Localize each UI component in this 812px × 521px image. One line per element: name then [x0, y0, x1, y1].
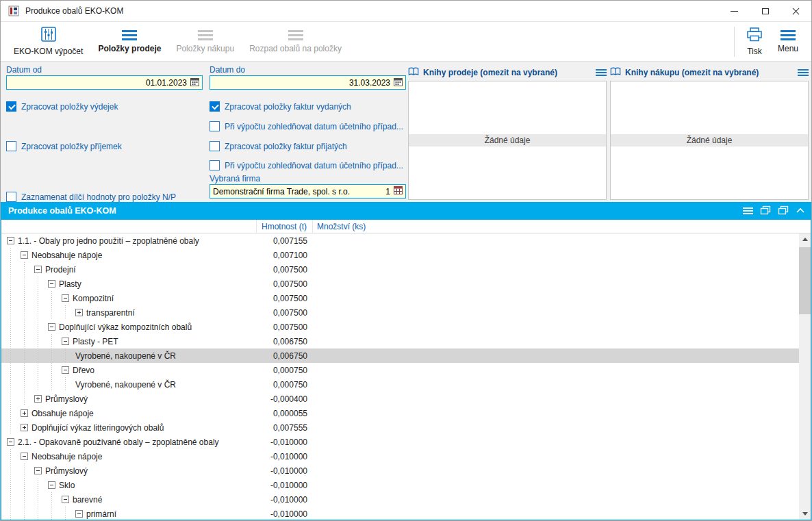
sales-books-title: Knihy prodeje (omezit na vybrané)	[423, 68, 557, 77]
checkbox-zohlednit-datum-uctniho-pripadu-1[interactable]: Při výpočtu zohledňovat datum účetního p…	[210, 121, 403, 131]
table-row[interactable]: Plasty - PET0,006750	[1, 334, 799, 348]
collapse-node-icon[interactable]	[62, 294, 69, 302]
tree-node-label: Plasty	[59, 279, 81, 289]
collapse-node-icon[interactable]	[21, 251, 28, 259]
toolbar-button-polozky-prodeje[interactable]: Položky prodeje	[90, 24, 168, 60]
weight-value: 0,000750	[256, 363, 313, 377]
date-to-input[interactable]: 31.03.2023	[210, 75, 406, 90]
tree-guide-line	[48, 377, 62, 392]
toolbar-button-ekokom-vypocet[interactable]: EKO-KOM výpočet	[6, 24, 90, 60]
tree-cell: Sklo	[1, 478, 256, 492]
weight-value: 0,007555	[256, 420, 313, 435]
checkbox-zohlednit-datum-uctniho-pripadu-2[interactable]: Při výpočtu zohledňovat datum účetního p…	[210, 160, 403, 170]
collapse-node-icon[interactable]	[48, 481, 55, 489]
arrow-down-icon	[802, 512, 808, 516]
table-row[interactable]: transparentní0,007500	[1, 305, 799, 320]
quantity-value	[313, 507, 799, 520]
tree-guide-line	[62, 507, 75, 520]
checkbox-zpracovat-faktury-prijate[interactable]: Zpracovat položky faktur přijatých	[210, 141, 347, 151]
minimize-button[interactable]	[719, 1, 750, 21]
table-row[interactable]: 1.1. - Obaly pro jedno použití – zpoplat…	[1, 233, 799, 248]
collapse-node-icon[interactable]	[62, 338, 69, 345]
cascade-windows-icon[interactable]	[760, 205, 771, 217]
checkbox-zpracovat-polozky-vydejek[interactable]: Zpracovat položky výdejek	[6, 101, 118, 112]
checkbox-zaznamenat-dilci-hodnoty[interactable]: Zaznamenat dílčí hodnoty pro položky N/P	[6, 192, 176, 202]
collapse-node-icon[interactable]	[62, 366, 69, 374]
toolbar-button-rozpad-obalu: Rozpad obalů na položky	[242, 24, 349, 60]
expand-node-icon[interactable]	[21, 424, 28, 431]
maximize-button[interactable]	[750, 1, 781, 21]
expand-node-icon[interactable]	[34, 395, 42, 403]
sales-books-header: Knihy prodeje (omezit na vybrané)	[408, 66, 607, 79]
tree-node-label: transparentní	[86, 308, 135, 318]
company-number: 1	[383, 187, 394, 196]
tree-cell: Doplňující výkaz kompozitních obalů	[1, 320, 256, 334]
table-row[interactable]: Neobsahuje nápoje-0,010000	[1, 449, 799, 463]
table-row[interactable]: Plasty0,007500	[1, 277, 799, 291]
tree-node-label: Neobsahuje nápoje	[31, 251, 102, 260]
expand-node-icon[interactable]	[21, 409, 28, 417]
print-button[interactable]: Tisk	[739, 24, 770, 60]
scrollbar-thumb[interactable]	[799, 247, 811, 314]
tree-cell: Průmyslový	[1, 463, 256, 478]
table-row[interactable]: Neobsahuje nápoje0,007100	[1, 248, 799, 262]
table-row[interactable]: Obsahuje nápoje0,000055	[1, 406, 799, 420]
collapse-node-icon[interactable]	[62, 496, 69, 503]
tree-guide-line	[7, 348, 21, 363]
table-row[interactable]: Doplňující výkaz litteringových obalů0,0…	[1, 420, 799, 435]
table-row[interactable]: Dřevo0,000750	[1, 363, 799, 377]
table-row[interactable]: Sklo-0,010000	[1, 478, 799, 492]
table-row[interactable]: Průmyslový-0,010000	[1, 463, 799, 478]
tree-node-label: 1.1. - Obaly pro jedno použití – zpoplat…	[18, 236, 199, 246]
table-row[interactable]: Prodejní0,007500	[1, 262, 799, 277]
vertical-scrollbar[interactable]	[799, 233, 811, 520]
tree-cell: Plasty	[1, 277, 256, 291]
weight-value: 0,007155	[256, 233, 313, 248]
company-picker-icon[interactable]	[394, 186, 403, 196]
table-row[interactable]: barevné-0,010000	[1, 492, 799, 507]
collapse-node-icon[interactable]	[7, 438, 14, 446]
tree-guide-line	[7, 262, 21, 277]
collapse-node-icon[interactable]	[75, 510, 83, 518]
collapse-node-icon[interactable]	[7, 237, 14, 244]
expand-node-icon[interactable]	[75, 309, 83, 316]
checkbox-zpracovat-faktury-vydane[interactable]: Zpracovat položky faktur vydaných	[210, 101, 351, 112]
panel-menu-icon[interactable]	[743, 207, 753, 214]
table-row[interactable]: Vyrobené, nakoupené v ČR0,006750	[1, 348, 799, 363]
filter-area: Datum od 01.01.2023 Datum do 31.03.2023 …	[1, 62, 811, 202]
collapse-node-icon[interactable]	[48, 280, 55, 288]
tile-windows-icon[interactable]	[778, 205, 789, 217]
company-input[interactable]: Demonstrační firma Trade, spol. s r.o. 1	[210, 184, 406, 199]
column-quantity[interactable]: Množství (ks)	[313, 220, 799, 233]
close-button[interactable]	[781, 1, 811, 21]
calendar-icon[interactable]	[394, 77, 403, 88]
purchase-books-list[interactable]: Žádné údaje	[610, 81, 809, 200]
tree-guide-line	[48, 348, 62, 363]
quantity-value	[313, 291, 799, 305]
table-row[interactable]: Doplňující výkaz kompozitních obalů0,007…	[1, 320, 799, 334]
sales-books-list[interactable]: Žádné údaje	[408, 81, 607, 200]
window-title: Produkce obalů EKO-KOM	[25, 6, 123, 16]
table-row[interactable]: primární-0,010000	[1, 507, 799, 520]
column-weight[interactable]: Hmotnost (t)	[256, 220, 313, 233]
table-row[interactable]: Průmyslový-0,000400	[1, 392, 799, 406]
date-from-input[interactable]: 01.01.2023	[6, 75, 203, 90]
checkbox-zpracovat-polozky-prijemek[interactable]: Zpracovat položky příjemek	[6, 141, 122, 151]
collapse-node-icon[interactable]	[34, 266, 42, 273]
scroll-up-button[interactable]	[799, 233, 811, 245]
purchase-books-empty-text: Žádné údaje	[611, 134, 808, 147]
table-row[interactable]: Kompozitní0,007500	[1, 291, 799, 305]
calendar-icon[interactable]	[190, 77, 199, 88]
tree-guide-line	[21, 305, 34, 320]
sales-books-menu-icon[interactable]	[596, 69, 607, 76]
collapse-panel-icon[interactable]	[796, 206, 805, 216]
table-row[interactable]: Vyrobené, nakoupené v ČR0,000750	[1, 377, 799, 392]
purchase-books-menu-icon[interactable]	[798, 69, 809, 76]
collapse-node-icon[interactable]	[21, 453, 28, 460]
menu-button[interactable]: Menu	[770, 24, 806, 60]
collapse-node-icon[interactable]	[48, 323, 55, 331]
quantity-value	[313, 320, 799, 334]
collapse-node-icon[interactable]	[34, 467, 42, 474]
scroll-down-button[interactable]	[799, 508, 811, 520]
table-row[interactable]: 2.1. - Opakovaně používané obaly – zpopl…	[1, 435, 799, 449]
